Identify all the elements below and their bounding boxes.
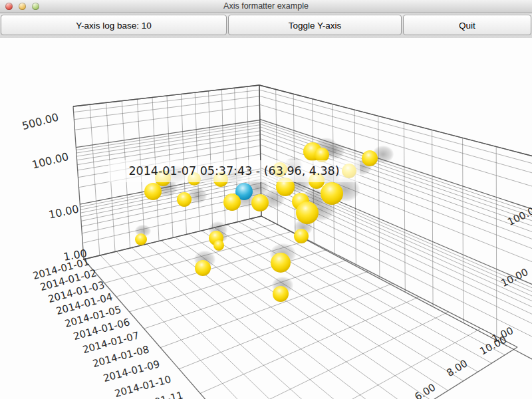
- selection-tooltip-text: 2014-01-07 05:37:43 - (63.96, 4.38): [128, 164, 339, 178]
- data-point[interactable]: [251, 194, 269, 211]
- data-point[interactable]: [135, 233, 147, 245]
- quit-button[interactable]: Quit: [403, 15, 531, 35]
- data-points-layer: [0, 38, 532, 399]
- data-point[interactable]: [213, 240, 224, 251]
- toolbar: Y-axis log base: 10 Toggle Y-axis Quit: [0, 13, 532, 39]
- data-point[interactable]: [223, 194, 241, 211]
- data-point[interactable]: [271, 253, 291, 273]
- window-title: Axis formatter example: [0, 0, 532, 13]
- app-window: Axis formatter example Y-axis log base: …: [0, 0, 532, 399]
- data-point[interactable]: [273, 286, 289, 302]
- data-point[interactable]: [195, 260, 211, 276]
- scatter-3d-canvas[interactable]: 500.00100.0010.001.00100.0010.001.0010.0…: [0, 38, 532, 399]
- data-point[interactable]: [362, 150, 378, 166]
- data-point[interactable]: [321, 182, 343, 205]
- data-point[interactable]: [296, 201, 319, 224]
- toggle-y-axis-button[interactable]: Toggle Y-axis: [228, 15, 402, 35]
- data-point[interactable]: [144, 183, 162, 200]
- y-axis-log-base-button[interactable]: Y-axis log base: 10: [1, 15, 227, 35]
- data-point[interactable]: [177, 192, 192, 207]
- data-point[interactable]: [294, 229, 309, 243]
- selection-tooltip: 2014-01-07 05:37:43 - (63.96, 4.38): [108, 160, 360, 182]
- title-bar[interactable]: Axis formatter example: [0, 0, 532, 13]
